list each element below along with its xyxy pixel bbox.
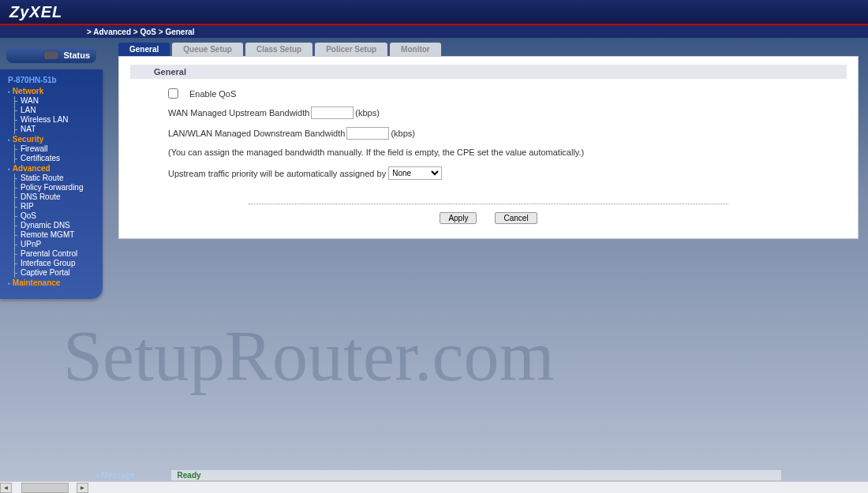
sidebar: Status P-870HN-51b NetworkWANLANWireless… [0, 38, 103, 477]
apply-button[interactable]: Apply [440, 212, 477, 224]
panel: General Enable QoS WAN Managed Upstream … [118, 56, 859, 239]
tab-monitor[interactable]: Monitor [390, 43, 441, 56]
model-name: P-870HN-51b [3, 74, 99, 86]
tab-row: GeneralQueue SetupClass SetupPolicer Set… [118, 43, 859, 56]
nav-section-security[interactable]: Security [3, 134, 99, 144]
nav-section-maintenance[interactable]: Maintenance [3, 278, 99, 288]
status-icon [44, 51, 58, 59]
nav-item-qos[interactable]: QoS [3, 211, 99, 221]
nav-item-wireless-lan[interactable]: Wireless LAN [3, 115, 99, 125]
separator [249, 204, 728, 204]
nav-item-upnp[interactable]: UPnP [3, 240, 99, 249]
nav-item-nat[interactable]: NAT [3, 125, 99, 134]
nav-item-wan[interactable]: WAN [3, 96, 99, 106]
wan-upstream-label: WAN Managed Upstream Bandwidth [168, 108, 309, 118]
status-button[interactable]: Status [6, 47, 96, 63]
message-label: ▪ Message [96, 471, 135, 480]
tab-general[interactable]: General [118, 43, 170, 56]
status-message: Ready [171, 470, 781, 480]
lan-downstream-label: LAN/WLAN Managed Downstream Bandwidth [168, 129, 345, 138]
tab-class-setup[interactable]: Class Setup [245, 43, 312, 56]
nav-item-certificates[interactable]: Certificates [3, 154, 99, 163]
scroll-left-icon[interactable]: ◄ [0, 483, 12, 493]
footer: ▪ Message Ready ◄ ► [0, 469, 868, 493]
nav-section-advanced[interactable]: Advanced [3, 163, 99, 174]
content-area: GeneralQueue SetupClass SetupPolicer Set… [103, 38, 868, 477]
nav-item-interface-group[interactable]: Interface Group [3, 259, 99, 268]
header-bar: ZyXEL [0, 0, 868, 25]
panel-title: General [130, 65, 847, 79]
lan-downstream-input[interactable] [346, 127, 389, 140]
nav-item-static-route[interactable]: Static Route [3, 174, 99, 183]
priority-select[interactable]: None [388, 166, 442, 180]
nav-item-firewall[interactable]: Firewall [3, 144, 99, 154]
horizontal-scrollbar[interactable]: ◄ ► [0, 481, 868, 493]
nav-item-dynamic-dns[interactable]: Dynamic DNS [3, 221, 99, 230]
nav-section-network[interactable]: Network [3, 86, 99, 96]
cancel-button[interactable]: Cancel [495, 212, 537, 224]
nav-item-parental-control[interactable]: Parental Control [3, 249, 99, 259]
bandwidth-note: (You can assign the managed bandwidth ma… [168, 148, 847, 157]
breadcrumb: > Advanced > QoS > General [0, 25, 868, 38]
wan-upstream-unit: (kbps) [355, 108, 380, 118]
tab-queue-setup[interactable]: Queue Setup [172, 43, 243, 56]
brand-logo: ZyXEL [9, 3, 62, 21]
enable-qos-checkbox[interactable] [168, 88, 178, 99]
nav-item-remote-mgmt[interactable]: Remote MGMT [3, 230, 99, 240]
scroll-thumb[interactable] [21, 483, 69, 493]
priority-label: Upstream traffic priority will be automa… [168, 169, 386, 178]
nav-item-policy-forwarding[interactable]: Policy Forwarding [3, 183, 99, 192]
nav-item-dns-route[interactable]: DNS Route [3, 192, 99, 202]
scroll-right-icon[interactable]: ► [77, 483, 88, 493]
status-label: Status [63, 50, 90, 60]
tab-policer-setup[interactable]: Policer Setup [315, 43, 387, 56]
nav-item-lan[interactable]: LAN [3, 106, 99, 115]
lan-downstream-unit: (kbps) [391, 129, 415, 138]
enable-qos-label: Enable QoS [189, 89, 236, 99]
nav-panel: P-870HN-51b NetworkWANLANWireless LANNAT… [0, 69, 103, 299]
nav-item-rip[interactable]: RIP [3, 202, 99, 211]
nav-item-captive-portal[interactable]: Captive Portal [3, 268, 99, 278]
wan-upstream-input[interactable] [311, 106, 354, 119]
